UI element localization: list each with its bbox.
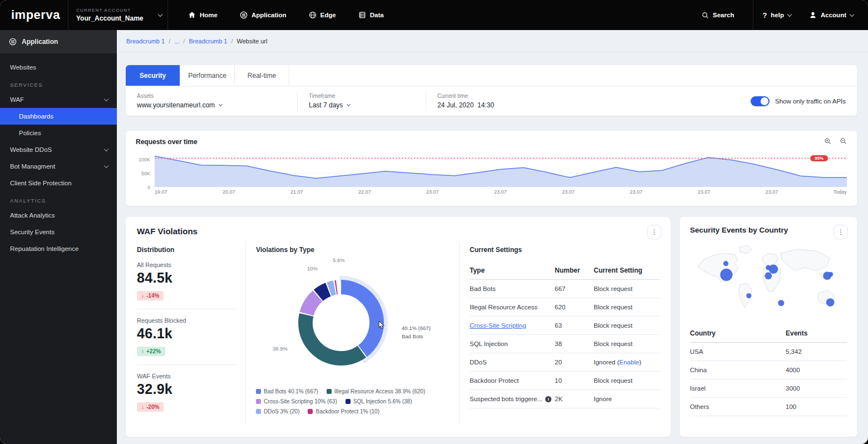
country-row: Others100 — [690, 398, 847, 416]
world-map-svg — [690, 242, 845, 319]
sidebar-item-websites[interactable]: Websites — [0, 59, 117, 76]
breadcrumb-link[interactable]: Breadcrumb 1 — [189, 38, 227, 45]
waf-violations-title: WAF Violations — [137, 226, 659, 236]
delta-badge: ↓-14% — [137, 291, 164, 300]
delta-badge: ↑+22% — [137, 347, 165, 356]
legend-swatch — [256, 409, 261, 414]
sidebar-item-policies[interactable]: Policies — [0, 125, 117, 141]
enable-link[interactable]: Enable — [619, 359, 639, 366]
help-menu[interactable]: ? help — [753, 11, 800, 19]
sidebar-item-bot-managment[interactable]: Bot Managment — [0, 158, 117, 175]
sidebar-header-application[interactable]: Application — [0, 30, 117, 53]
chevron-down-icon — [104, 163, 108, 167]
country-row: China4000 — [690, 361, 847, 379]
info-icon[interactable]: i — [545, 396, 551, 402]
legend-item[interactable]: Illegal Resource Access 38.9% (620) — [327, 388, 425, 394]
donut-chart: 5.6% 10% 38.9% 40.1% (667) Bad Bots — [256, 262, 450, 379]
legend-item[interactable]: DDoS 3% (20) — [256, 408, 299, 415]
application-icon — [9, 38, 17, 46]
current-account-selector[interactable]: CURRENT ACCOUNT Your_Account_Name — [68, 8, 167, 22]
x-tick: 23.07 — [630, 189, 643, 195]
account-menu[interactable]: Account — [800, 11, 868, 19]
legend-swatch — [327, 389, 332, 394]
chevron-down-icon — [850, 12, 854, 16]
logo-dot — [58, 17, 60, 19]
nav-item-home[interactable]: Home — [188, 11, 218, 19]
legend-swatch — [308, 409, 313, 414]
content-area: Breadcrumb 1 / ... / Breadcrumb 1 / Webs… — [117, 30, 868, 444]
sidebar-item-security-events[interactable]: Security Events — [0, 224, 117, 240]
current-account-name: Your_Account_Name — [76, 14, 159, 22]
settings-row: SQL Injection38Block request — [470, 335, 659, 353]
x-tick: 21.07 — [290, 189, 303, 195]
api-traffic-toggle[interactable]: Show only traffic on APIs — [751, 96, 857, 106]
tab-security[interactable]: Security — [126, 65, 180, 86]
sidebar-item-website-ddos[interactable]: Website DDoS — [0, 141, 117, 158]
settings-header-row: Type Number Current Setting — [470, 262, 659, 280]
country-row: Israel3000 — [690, 379, 847, 398]
donut-hover-label: 40.1% (667) Bad Bots — [402, 324, 431, 341]
zoom-in-icon[interactable] — [824, 137, 831, 145]
imperva-logo[interactable]: imperva — [0, 8, 68, 22]
chevron-down-icon — [104, 96, 108, 101]
sidebar-item-dashboards[interactable]: Dashboards — [0, 108, 117, 125]
stat-requests-blocked: Requests Blocked 46.1k ↑+22% — [137, 317, 236, 356]
legend-item[interactable]: SQL Injection 5.6% (38) — [346, 398, 412, 404]
legend-item[interactable]: Bad Bots 40.1% (667) — [256, 388, 318, 394]
nav-item-application[interactable]: Application — [240, 11, 287, 19]
current-account-label: CURRENT ACCOUNT — [76, 8, 159, 13]
sidebar-item-attack-analytics[interactable]: Attack Analytics — [0, 207, 117, 224]
violation-type-link[interactable]: Cross-Site Scripting — [470, 322, 526, 329]
user-icon — [809, 11, 817, 19]
zoom-out-icon[interactable] — [840, 137, 847, 145]
toggle-switch[interactable] — [751, 96, 770, 106]
settings-row: Suspected bots triggere...i2KIgnore — [470, 390, 659, 408]
x-tick: 22.07 — [358, 189, 371, 195]
sidebar-item-client-side-protection[interactable]: Client Side Protection — [0, 175, 117, 191]
assets-select[interactable]: Assets www.yoursitenameurl.com — [126, 92, 297, 111]
legend-item[interactable]: Cross-Site Scripting 10% (63) — [256, 398, 337, 404]
settings-row: Illegal Resource Access620Block request — [470, 298, 659, 317]
violations-by-type-column: Violations by Type 5.6% 10% 38.9% 40.1% … — [246, 241, 460, 425]
search-button[interactable]: Search — [683, 12, 753, 19]
nav-item-edge[interactable]: Edge — [309, 11, 336, 19]
x-tick: 23.07 — [426, 189, 439, 195]
arrow-down-icon: ↓ — [141, 293, 144, 299]
settings-row: DDoS20Ignored (Enable) — [470, 353, 659, 372]
sidebar-item-waf[interactable]: WAF — [0, 91, 117, 108]
tab-real-time[interactable]: Real-time — [235, 65, 289, 86]
legend-swatch — [256, 389, 261, 394]
breadcrumb: Breadcrumb 1 / ... / Breadcrumb 1 / Webs… — [117, 30, 868, 52]
divider — [137, 309, 236, 309]
kebab-menu-icon[interactable]: ⋮ — [647, 225, 662, 239]
x-tick: 23.07 — [698, 189, 711, 195]
settings-row: Cross-Site Scripting63Block request — [470, 317, 659, 335]
data-icon — [358, 11, 366, 19]
stat-all-requests: All Requests 84.5k ↓-14% — [137, 262, 236, 300]
filter-bar: Assets www.yoursitenameurl.com Timeframe… — [126, 86, 857, 116]
requests-over-time-card: Requests over time 100K50K0 95% 19.0720.… — [126, 131, 857, 206]
x-tick: Today — [834, 189, 847, 195]
x-tick: 23.07 — [562, 189, 575, 195]
delta-badge: ↓-20% — [137, 402, 164, 412]
kebab-menu-icon[interactable]: ⋮ — [834, 225, 848, 239]
distribution-title: Distribution — [137, 246, 236, 254]
arrow-up-icon: ↑ — [141, 348, 144, 354]
cursor-icon — [378, 320, 386, 329]
legend-item[interactable]: Backdoor Protect 1% (10) — [308, 408, 379, 415]
sidebar-section-label: SERVICES — [0, 76, 117, 91]
sidebar-item-repuatation-intelligence[interactable]: Repuatation Intelligence — [0, 240, 117, 257]
area-chart-plot: 95% — [155, 152, 847, 187]
breadcrumb-link[interactable]: Breadcrumb 1 — [126, 38, 165, 45]
dashboard-header-card: Security Performance Real-time Assets ww… — [126, 65, 857, 116]
nav-item-data[interactable]: Data — [358, 11, 384, 19]
timeframe-select[interactable]: Timeframe Last 7 days — [298, 92, 426, 111]
chart-title: Requests over time — [136, 138, 847, 146]
current-settings-title: Current Settings — [470, 246, 659, 254]
tab-performance[interactable]: Performance — [180, 65, 235, 86]
toggle-knob — [761, 97, 768, 105]
current-settings-table: Type Number Current Setting Bad Bots667B… — [470, 262, 659, 408]
chevron-down-icon — [219, 102, 223, 106]
breadcrumb-link-ellipsis[interactable]: ... — [174, 38, 179, 45]
legend-swatch — [256, 399, 261, 404]
